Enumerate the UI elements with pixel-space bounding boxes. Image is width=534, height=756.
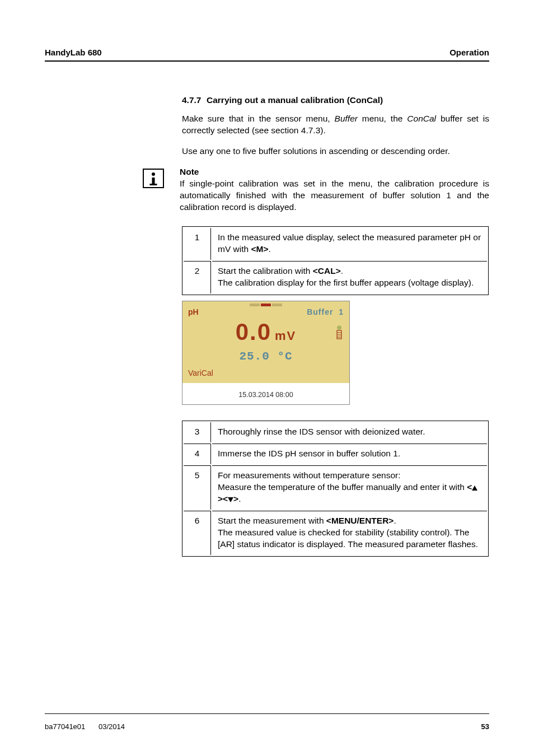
footer-doc: ba77041e01 (45, 722, 85, 731)
intro-paragraph-1: Make sure that in the sensor menu, Buffe… (182, 113, 489, 137)
display-datetime: 15.03.2014 08:00 (182, 383, 349, 404)
table-row: 5 For measurements without temperature s… (184, 465, 487, 510)
display-screen: pH Buffer 1 0.0 mV (182, 301, 349, 383)
section-number: 4.7.7 (182, 95, 207, 105)
footer-rule (45, 713, 489, 714)
display-method: VariCal (188, 368, 344, 377)
footer-left: ba77041e01 03/2014 (45, 722, 136, 731)
step-number: 6 (184, 511, 211, 555)
step-text: Start the measurement with <MENU/ENTER>.… (212, 511, 487, 555)
table-row: 4 Immerse the IDS pH sensor in buffer so… (184, 444, 487, 464)
triangle-down-icon (228, 497, 233, 502)
main-content: 4.7.7 Carrying out a manual calibration … (182, 95, 489, 557)
note-text: Note If single-point calibration was set… (180, 166, 489, 213)
section-title: Carrying out a manual calibration (ConCa… (207, 95, 383, 105)
step-text: For measurements without temperature sen… (212, 465, 487, 510)
table-row: 2 Start the calibration with <CAL>. The … (184, 261, 487, 293)
steps-table-2: 3 Thoroughly rinse the IDS sensor with d… (182, 421, 489, 556)
sensor-icon (335, 325, 344, 340)
footer-date: 03/2014 (99, 722, 125, 731)
step-number: 2 (184, 261, 211, 293)
step-number: 1 (184, 228, 211, 260)
page-number: 53 (481, 722, 489, 731)
display-main-value: 0.0 mV (188, 319, 344, 346)
note-title: Note (180, 167, 199, 176)
table-row: 6 Start the measurement with <MENU/ENTER… (184, 511, 487, 555)
step-text: Immerse the IDS pH sensor in buffer solu… (212, 444, 487, 464)
header-right: Operation (449, 48, 489, 57)
display-buffer: Buffer 1 (307, 307, 344, 316)
display-temperature: 25.0 °C (188, 350, 344, 363)
page-header: HandyLab 680 Operation (45, 48, 489, 62)
step-number: 3 (184, 422, 211, 442)
header-left: HandyLab 680 (45, 48, 102, 57)
note-body: If single-point calibration was set in t… (180, 179, 489, 212)
step-number: 4 (184, 444, 211, 464)
intro-paragraph-2: Use any one to five buffer solutions in … (182, 146, 489, 157)
triangle-up-icon (472, 486, 477, 491)
step-number: 5 (184, 465, 211, 510)
step-text: Start the calibration with <CAL>. The ca… (212, 261, 487, 293)
display-tabs (188, 304, 344, 306)
step-text: Thoroughly rinse the IDS sensor with dei… (212, 422, 487, 442)
info-icon (143, 169, 164, 188)
table-row: 3 Thoroughly rinse the IDS sensor with d… (184, 422, 487, 442)
note-block: Note If single-point calibration was set… (143, 166, 489, 213)
display-mode: pH (188, 307, 199, 316)
instrument-display: pH Buffer 1 0.0 mV (182, 301, 350, 405)
step-text: In the measured value display, select th… (212, 228, 487, 260)
section-heading: 4.7.7 Carrying out a manual calibration … (182, 95, 489, 105)
table-row: 1 In the measured value display, select … (184, 228, 487, 260)
page-footer: ba77041e01 03/2014 53 (45, 722, 489, 731)
steps-table-1: 1 In the measured value display, select … (182, 226, 489, 295)
